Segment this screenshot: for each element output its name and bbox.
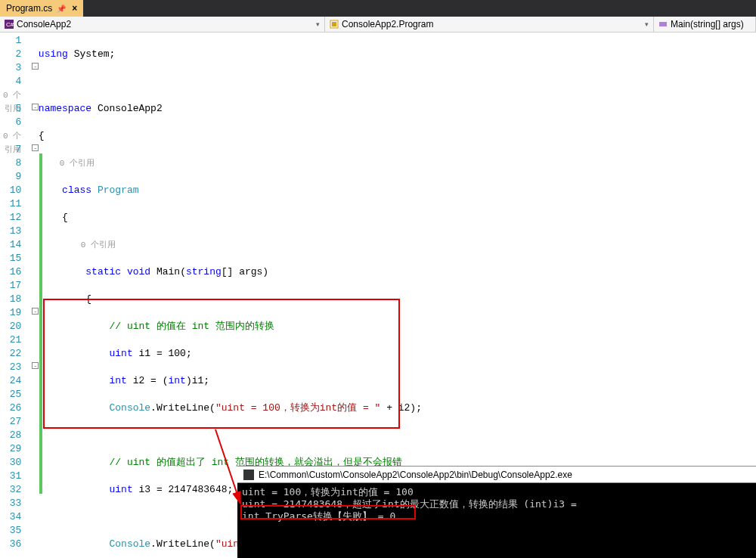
nav-class-label: ConsoleApp2.Program (342, 19, 433, 29)
line-number: 13 (0, 225, 21, 238)
line-number: 30 (0, 456, 21, 470)
line-number: 3 (0, 61, 21, 75)
line-number: 26 (0, 401, 21, 415)
line-number: 29 (0, 442, 21, 456)
tab-strip: Program.cs 📌 × (0, 0, 756, 17)
fold-margin: - - - - - (30, 33, 39, 558)
line-number: 27 (0, 415, 21, 429)
line-number: 35 (0, 524, 21, 538)
tab-label: Program.cs (6, 3, 52, 14)
line-number: 9 (0, 170, 21, 184)
line-number: 8 (0, 157, 21, 170)
line-number: 16 (0, 265, 21, 279)
line-number: 6 (0, 116, 21, 129)
line-gutter: 1 2 3 4 0 个引用 5 6 0 个引用 7 8 9 10 11 12 1… (0, 33, 30, 558)
class-icon (330, 20, 339, 29)
chevron-down-icon: ▾ (645, 20, 649, 28)
line-number: 10 (0, 184, 21, 197)
line-number: 2 (0, 48, 21, 61)
console-title-text: E:\Common\Custom\ConsoleApp2\ConsoleApp2… (259, 470, 572, 480)
nav-bar: C# ConsoleApp2 ▾ ConsoleApp2.Program ▾ M… (0, 17, 756, 33)
line-number: 12 (0, 211, 21, 225)
svg-rect-3 (332, 22, 336, 26)
csharp-icon: C# (5, 20, 14, 29)
line-number: 19 (0, 306, 21, 320)
line-number: 31 (0, 470, 21, 483)
nav-project-label: ConsoleApp2 (17, 19, 71, 29)
line-number: 15 (0, 252, 21, 265)
codelens[interactable]: 0 个引用 (0, 88, 21, 102)
line-number: 22 (0, 347, 21, 361)
file-tab-program[interactable]: Program.cs 📌 × (0, 0, 83, 17)
console-icon (243, 470, 254, 480)
chevron-down-icon: ▾ (316, 20, 320, 28)
console-titlebar[interactable]: E:\Common\Custom\ConsoleApp2\ConsoleApp2… (237, 467, 756, 483)
line-number: 1 (0, 34, 21, 48)
line-number: 33 (0, 497, 21, 510)
svg-rect-4 (659, 22, 667, 26)
nav-project[interactable]: C# ConsoleApp2 ▾ (0, 17, 325, 32)
line-number: 17 (0, 279, 21, 293)
line-number: 20 (0, 320, 21, 333)
codelens[interactable]: 0 个引用 (0, 129, 21, 143)
pin-icon[interactable]: 📌 (57, 5, 66, 13)
svg-text:C#: C# (6, 21, 14, 28)
line-number: 32 (0, 483, 21, 497)
console-window: E:\Common\Custom\ConsoleApp2\ConsoleApp2… (237, 466, 756, 558)
line-number: 36 (0, 538, 21, 551)
line-number: 28 (0, 429, 21, 442)
line-number: 24 (0, 374, 21, 388)
line-number: 21 (0, 333, 21, 347)
line-number: 18 (0, 293, 21, 306)
line-number: 14 (0, 238, 21, 252)
line-number: 34 (0, 510, 21, 524)
line-number: 11 (0, 197, 21, 211)
line-number: 4 (0, 75, 21, 88)
nav-class[interactable]: ConsoleApp2.Program ▾ (325, 17, 654, 32)
close-icon[interactable]: × (72, 3, 77, 14)
nav-method[interactable]: Main(string[] args) (654, 17, 756, 32)
highlight-box-console (240, 505, 416, 519)
line-number: 23 (0, 361, 21, 374)
line-number: 25 (0, 388, 21, 401)
nav-method-label: Main(string[] args) (671, 19, 744, 29)
method-icon (658, 20, 668, 29)
